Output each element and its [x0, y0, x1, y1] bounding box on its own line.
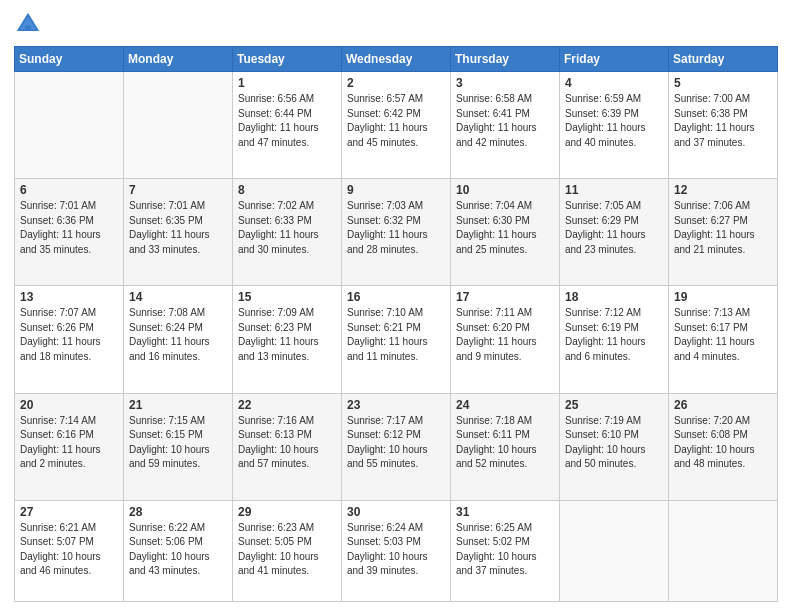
calendar-cell [124, 72, 233, 179]
week-row-3: 13Sunrise: 7:07 AM Sunset: 6:26 PM Dayli… [15, 286, 778, 393]
calendar-cell: 31Sunrise: 6:25 AM Sunset: 5:02 PM Dayli… [451, 500, 560, 601]
calendar-cell: 17Sunrise: 7:11 AM Sunset: 6:20 PM Dayli… [451, 286, 560, 393]
week-row-1: 1Sunrise: 6:56 AM Sunset: 6:44 PM Daylig… [15, 72, 778, 179]
day-content: Sunrise: 6:23 AM Sunset: 5:05 PM Dayligh… [238, 521, 336, 579]
calendar-cell: 25Sunrise: 7:19 AM Sunset: 6:10 PM Dayli… [560, 393, 669, 500]
day-content: Sunrise: 6:56 AM Sunset: 6:44 PM Dayligh… [238, 92, 336, 150]
week-row-4: 20Sunrise: 7:14 AM Sunset: 6:16 PM Dayli… [15, 393, 778, 500]
calendar-cell: 3Sunrise: 6:58 AM Sunset: 6:41 PM Daylig… [451, 72, 560, 179]
day-content: Sunrise: 7:05 AM Sunset: 6:29 PM Dayligh… [565, 199, 663, 257]
day-content: Sunrise: 6:59 AM Sunset: 6:39 PM Dayligh… [565, 92, 663, 150]
weekday-header-wednesday: Wednesday [342, 47, 451, 72]
weekday-header-tuesday: Tuesday [233, 47, 342, 72]
day-content: Sunrise: 7:01 AM Sunset: 6:35 PM Dayligh… [129, 199, 227, 257]
week-row-5: 27Sunrise: 6:21 AM Sunset: 5:07 PM Dayli… [15, 500, 778, 601]
day-content: Sunrise: 7:08 AM Sunset: 6:24 PM Dayligh… [129, 306, 227, 364]
calendar-cell: 9Sunrise: 7:03 AM Sunset: 6:32 PM Daylig… [342, 179, 451, 286]
calendar-cell: 6Sunrise: 7:01 AM Sunset: 6:36 PM Daylig… [15, 179, 124, 286]
day-content: Sunrise: 7:14 AM Sunset: 6:16 PM Dayligh… [20, 414, 118, 472]
calendar-cell: 4Sunrise: 6:59 AM Sunset: 6:39 PM Daylig… [560, 72, 669, 179]
calendar-cell: 20Sunrise: 7:14 AM Sunset: 6:16 PM Dayli… [15, 393, 124, 500]
weekday-header-friday: Friday [560, 47, 669, 72]
day-content: Sunrise: 7:01 AM Sunset: 6:36 PM Dayligh… [20, 199, 118, 257]
day-content: Sunrise: 7:16 AM Sunset: 6:13 PM Dayligh… [238, 414, 336, 472]
calendar-cell: 26Sunrise: 7:20 AM Sunset: 6:08 PM Dayli… [669, 393, 778, 500]
day-content: Sunrise: 7:00 AM Sunset: 6:38 PM Dayligh… [674, 92, 772, 150]
day-number: 1 [238, 76, 336, 90]
day-content: Sunrise: 7:07 AM Sunset: 6:26 PM Dayligh… [20, 306, 118, 364]
day-content: Sunrise: 6:24 AM Sunset: 5:03 PM Dayligh… [347, 521, 445, 579]
calendar-cell: 1Sunrise: 6:56 AM Sunset: 6:44 PM Daylig… [233, 72, 342, 179]
calendar-cell: 28Sunrise: 6:22 AM Sunset: 5:06 PM Dayli… [124, 500, 233, 601]
day-content: Sunrise: 7:11 AM Sunset: 6:20 PM Dayligh… [456, 306, 554, 364]
header [14, 10, 778, 38]
day-content: Sunrise: 7:12 AM Sunset: 6:19 PM Dayligh… [565, 306, 663, 364]
calendar-cell: 30Sunrise: 6:24 AM Sunset: 5:03 PM Dayli… [342, 500, 451, 601]
day-number: 23 [347, 398, 445, 412]
calendar-cell: 7Sunrise: 7:01 AM Sunset: 6:35 PM Daylig… [124, 179, 233, 286]
day-number: 31 [456, 505, 554, 519]
day-content: Sunrise: 7:13 AM Sunset: 6:17 PM Dayligh… [674, 306, 772, 364]
logo [14, 10, 46, 38]
calendar-cell [15, 72, 124, 179]
weekday-header-saturday: Saturday [669, 47, 778, 72]
day-number: 22 [238, 398, 336, 412]
day-number: 10 [456, 183, 554, 197]
day-number: 27 [20, 505, 118, 519]
day-number: 16 [347, 290, 445, 304]
calendar-cell: 23Sunrise: 7:17 AM Sunset: 6:12 PM Dayli… [342, 393, 451, 500]
logo-icon [14, 10, 42, 38]
calendar-cell: 19Sunrise: 7:13 AM Sunset: 6:17 PM Dayli… [669, 286, 778, 393]
day-number: 7 [129, 183, 227, 197]
calendar-cell: 14Sunrise: 7:08 AM Sunset: 6:24 PM Dayli… [124, 286, 233, 393]
day-number: 15 [238, 290, 336, 304]
day-content: Sunrise: 6:21 AM Sunset: 5:07 PM Dayligh… [20, 521, 118, 579]
day-number: 30 [347, 505, 445, 519]
day-number: 12 [674, 183, 772, 197]
calendar-cell: 16Sunrise: 7:10 AM Sunset: 6:21 PM Dayli… [342, 286, 451, 393]
calendar-cell: 29Sunrise: 6:23 AM Sunset: 5:05 PM Dayli… [233, 500, 342, 601]
day-content: Sunrise: 7:18 AM Sunset: 6:11 PM Dayligh… [456, 414, 554, 472]
calendar-cell [560, 500, 669, 601]
day-content: Sunrise: 6:25 AM Sunset: 5:02 PM Dayligh… [456, 521, 554, 579]
page: SundayMondayTuesdayWednesdayThursdayFrid… [0, 0, 792, 612]
day-content: Sunrise: 7:04 AM Sunset: 6:30 PM Dayligh… [456, 199, 554, 257]
day-content: Sunrise: 7:02 AM Sunset: 6:33 PM Dayligh… [238, 199, 336, 257]
weekday-header-thursday: Thursday [451, 47, 560, 72]
calendar-cell: 18Sunrise: 7:12 AM Sunset: 6:19 PM Dayli… [560, 286, 669, 393]
day-number: 26 [674, 398, 772, 412]
day-content: Sunrise: 7:09 AM Sunset: 6:23 PM Dayligh… [238, 306, 336, 364]
calendar-table: SundayMondayTuesdayWednesdayThursdayFrid… [14, 46, 778, 602]
calendar-cell: 27Sunrise: 6:21 AM Sunset: 5:07 PM Dayli… [15, 500, 124, 601]
day-number: 19 [674, 290, 772, 304]
day-number: 9 [347, 183, 445, 197]
day-number: 20 [20, 398, 118, 412]
day-number: 25 [565, 398, 663, 412]
day-number: 21 [129, 398, 227, 412]
day-number: 8 [238, 183, 336, 197]
day-number: 14 [129, 290, 227, 304]
calendar-cell: 2Sunrise: 6:57 AM Sunset: 6:42 PM Daylig… [342, 72, 451, 179]
svg-rect-2 [25, 25, 31, 31]
day-content: Sunrise: 6:58 AM Sunset: 6:41 PM Dayligh… [456, 92, 554, 150]
day-content: Sunrise: 7:20 AM Sunset: 6:08 PM Dayligh… [674, 414, 772, 472]
day-content: Sunrise: 7:17 AM Sunset: 6:12 PM Dayligh… [347, 414, 445, 472]
day-content: Sunrise: 7:03 AM Sunset: 6:32 PM Dayligh… [347, 199, 445, 257]
weekday-header-monday: Monday [124, 47, 233, 72]
calendar-cell: 12Sunrise: 7:06 AM Sunset: 6:27 PM Dayli… [669, 179, 778, 286]
day-number: 18 [565, 290, 663, 304]
calendar-cell: 15Sunrise: 7:09 AM Sunset: 6:23 PM Dayli… [233, 286, 342, 393]
calendar-cell [669, 500, 778, 601]
day-content: Sunrise: 7:10 AM Sunset: 6:21 PM Dayligh… [347, 306, 445, 364]
day-content: Sunrise: 7:15 AM Sunset: 6:15 PM Dayligh… [129, 414, 227, 472]
weekday-header-sunday: Sunday [15, 47, 124, 72]
day-number: 17 [456, 290, 554, 304]
day-number: 4 [565, 76, 663, 90]
day-number: 5 [674, 76, 772, 90]
calendar-cell: 13Sunrise: 7:07 AM Sunset: 6:26 PM Dayli… [15, 286, 124, 393]
week-row-2: 6Sunrise: 7:01 AM Sunset: 6:36 PM Daylig… [15, 179, 778, 286]
calendar-cell: 10Sunrise: 7:04 AM Sunset: 6:30 PM Dayli… [451, 179, 560, 286]
weekday-header-row: SundayMondayTuesdayWednesdayThursdayFrid… [15, 47, 778, 72]
day-content: Sunrise: 7:19 AM Sunset: 6:10 PM Dayligh… [565, 414, 663, 472]
day-number: 2 [347, 76, 445, 90]
